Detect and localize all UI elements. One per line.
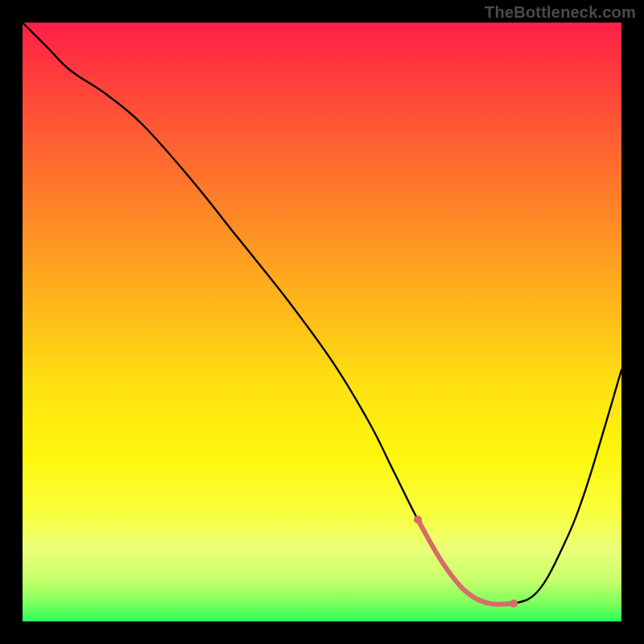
chart-container — [23, 23, 621, 621]
chart-svg — [23, 23, 621, 621]
watermark-text: TheBottleneck.com — [485, 3, 636, 22]
bottleneck-curve — [23, 23, 621, 605]
trough-highlight — [418, 520, 514, 605]
trough-end-dot — [510, 600, 518, 608]
trough-start-dot — [414, 516, 422, 524]
